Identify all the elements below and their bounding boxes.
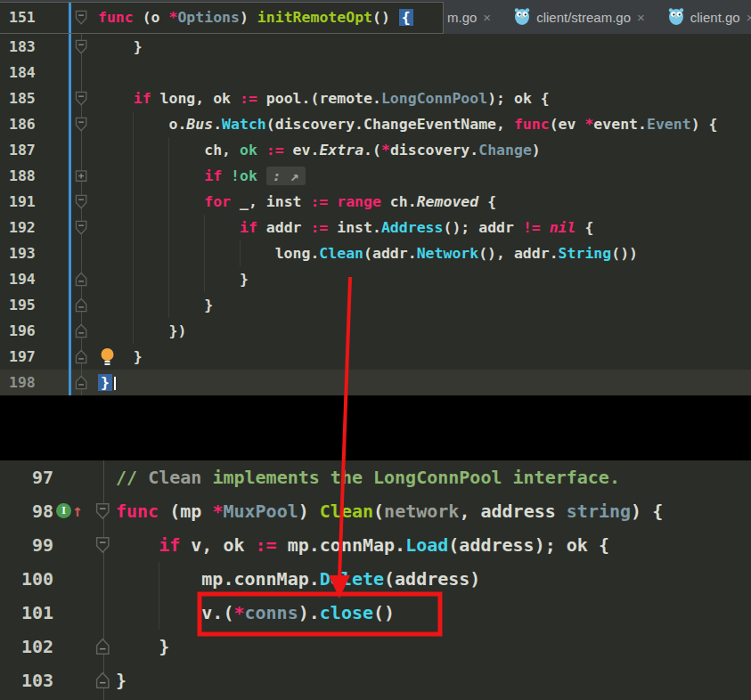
code-token: Network: [417, 245, 479, 262]
fold-marker-icon[interactable]: [75, 375, 87, 390]
code-line-row[interactable]: 198}: [0, 370, 751, 395]
code-token: ev.: [284, 142, 320, 159]
code-token: :=: [310, 219, 328, 236]
code-line-row[interactable]: 183 }: [0, 34, 751, 60]
code-token: Clean: [320, 501, 373, 522]
code-token: [98, 193, 204, 210]
code-line: // Clean implements the LongConnPool int…: [116, 460, 620, 494]
close-icon[interactable]: ×: [637, 10, 645, 25]
fold-marker-icon[interactable]: [75, 39, 87, 54]
code-token: func: [514, 116, 550, 133]
code-line-row[interactable]: 194 }: [0, 266, 751, 292]
tab-client-stream-go[interactable]: client/stream.go ×: [514, 7, 645, 28]
fold-marker-icon[interactable]: [75, 323, 87, 338]
code-line-row[interactable]: 98I↑func (mp *MuxPool) Clean(network, ad…: [0, 494, 751, 528]
code-token: {: [576, 219, 594, 236]
code-line-row[interactable]: 185 if long, ok := pool.(remote.LongConn…: [0, 85, 751, 111]
navigate-up-arrow-icon[interactable]: ↑: [72, 503, 82, 518]
line-number: 195: [9, 292, 36, 318]
tab-client-go[interactable]: client.go ×: [668, 7, 751, 28]
fold-marker-icon[interactable]: [75, 117, 87, 132]
code-token: mp.connMap.: [277, 534, 406, 556]
code-line-row[interactable]: 193 long.Clean(addr.Network(), addr.Stri…: [0, 240, 751, 266]
code-token: String: [559, 245, 612, 262]
line-number: 187: [9, 137, 36, 163]
code-line-row[interactable]: 188 if !ok : ↗: [0, 163, 751, 189]
code-token: Clean: [148, 467, 201, 488]
code-token: close: [320, 602, 373, 623]
close-icon[interactable]: ×: [483, 10, 491, 25]
code-token: (addr.: [363, 245, 417, 262]
code-token: }: [98, 297, 213, 313]
code-token: Bus: [186, 116, 213, 133]
code-token: for: [204, 193, 231, 210]
fold-marker-icon[interactable]: [75, 10, 87, 25]
code-token: *: [584, 116, 593, 133]
fold-marker-icon[interactable]: [75, 297, 87, 313]
tab-m-go[interactable]: m.go ×: [447, 10, 491, 25]
tab-label[interactable]: client/stream.go: [536, 10, 631, 25]
code-token: .: [213, 116, 222, 133]
code-token: [222, 167, 231, 184]
fold-marker-icon[interactable]: [75, 272, 87, 287]
code-token: [257, 167, 266, 184]
code-line-row[interactable]: 186 o.Bus.Watch(discovery.ChangeEventNam…: [0, 111, 751, 137]
code-line: func (mp *MuxPool) Clean(network, addres…: [116, 494, 663, 528]
fold-marker-icon[interactable]: [95, 672, 110, 689]
code-line-row[interactable]: 187 ch, ok := ev.Extra.(*discovery.Chang…: [0, 137, 751, 163]
code-token: //: [116, 467, 148, 488]
code-line-row[interactable]: 192 if addr := inst.Address(); addr != n…: [0, 215, 751, 240]
tab-label[interactable]: client.go: [690, 10, 740, 25]
code-token: }: [98, 271, 249, 288]
editor-pane-bottom[interactable]: 97// Clean implements the LongConnPool i…: [0, 460, 751, 700]
code-token: Address: [381, 219, 444, 236]
close-icon[interactable]: ×: [747, 10, 751, 25]
line-number: 192: [9, 215, 36, 240]
fold-marker-icon[interactable]: [95, 536, 110, 554]
code-token: Extra: [319, 142, 363, 159]
code-line-row[interactable]: 197 }: [0, 344, 751, 370]
fold-marker-icon[interactable]: [75, 220, 87, 235]
code-line-row[interactable]: 196 }): [0, 318, 751, 344]
code-line-row[interactable]: 102 }: [0, 630, 751, 663]
code-line-row[interactable]: 184: [0, 60, 751, 85]
code-line-row[interactable]: 191 for _, inst := range ch.Removed {: [0, 189, 751, 215]
code-line-row[interactable]: 100 mp.connMap.Delete(address): [0, 562, 751, 596]
code-token: Event: [647, 116, 691, 133]
code-line: }: [98, 266, 249, 292]
separator-band: [0, 395, 751, 460]
fold-marker-icon[interactable]: [95, 502, 110, 520]
fold-marker-icon[interactable]: [95, 638, 110, 655]
code-token: }: [98, 374, 112, 391]
code-token: ) {: [631, 501, 663, 522]
code-token: inst.: [328, 219, 381, 236]
code-line-row[interactable]: 195 }: [0, 292, 751, 318]
tab-label[interactable]: m.go: [447, 10, 477, 25]
code-token: (address); ok {: [448, 534, 609, 556]
code-token: (ev: [550, 116, 585, 133]
sticky-function-header[interactable]: 151 func (o *Options) initRemoteOpt() {: [0, 2, 444, 34]
line-number: 198: [9, 370, 36, 395]
intention-bulb-icon[interactable]: [100, 347, 115, 366]
code-token: v, ok: [180, 534, 255, 556]
code-token: nil: [550, 219, 576, 236]
implements-interface-icon[interactable]: I: [56, 503, 71, 518]
code-line-row[interactable]: 101 v.(*conns).close(): [0, 596, 751, 630]
line-number: 191: [9, 189, 36, 215]
code-line-row[interactable]: 103}: [0, 663, 751, 697]
code-token: *: [233, 602, 244, 623]
code-line-row[interactable]: 97// Clean implements the LongConnPool i…: [0, 460, 751, 494]
code-token: }: [116, 670, 127, 691]
fold-marker-icon[interactable]: [75, 194, 87, 209]
line-number: 196: [9, 318, 36, 344]
code-token: v.(: [116, 602, 233, 623]
editor-pane-top[interactable]: 183 }184185 if long, ok := pool.(remote.…: [0, 34, 751, 395]
code-line-row[interactable]: 99 if v, ok := mp.connMap.Load(address);…: [0, 528, 751, 562]
line-number: 197: [9, 344, 36, 370]
fold-marker-icon[interactable]: [75, 349, 87, 364]
fold-marker-icon[interactable]: [75, 91, 87, 106]
code-token: string: [567, 501, 631, 522]
code-line: if !ok : ↗: [98, 163, 306, 189]
fold-marker-icon[interactable]: [75, 168, 87, 183]
code-token: Load: [405, 534, 448, 556]
